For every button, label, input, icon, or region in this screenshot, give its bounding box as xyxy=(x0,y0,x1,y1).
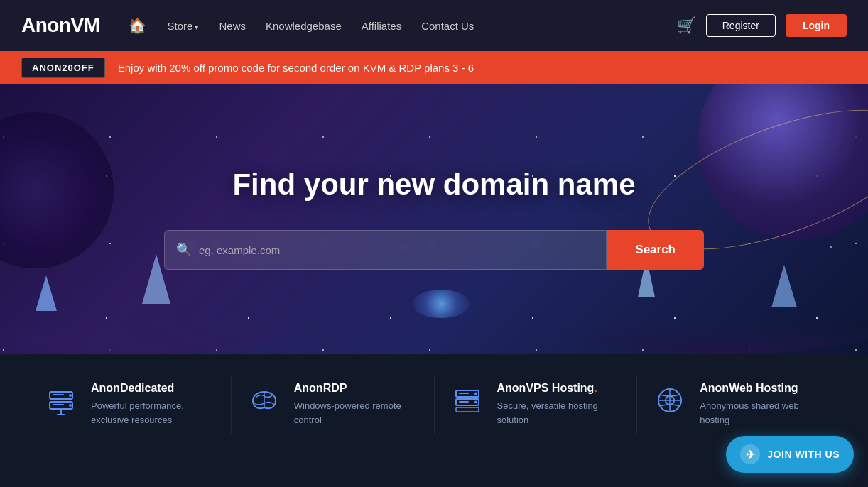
svg-rect-14 xyxy=(459,393,469,394)
search-button[interactable]: Search xyxy=(607,230,704,270)
dedicated-icon xyxy=(43,382,80,419)
domain-search-input[interactable] xyxy=(199,244,595,256)
rdp-name: AnonRDP xyxy=(294,382,420,395)
svg-point-3 xyxy=(69,404,72,407)
svg-point-2 xyxy=(69,394,72,397)
dedicated-text: AnonDedicated Powerful performance, excl… xyxy=(91,382,217,427)
service-rdp[interactable]: AnonRDP Windows-powered remote control xyxy=(232,375,435,434)
nav-links: Store News Knowledgebase Affiliates Cont… xyxy=(168,20,663,32)
search-icon: 🔍 xyxy=(176,242,192,258)
login-button[interactable]: Login xyxy=(786,14,847,37)
vps-name: AnonVPS Hosting. xyxy=(497,382,623,395)
telegram-label: JOIN WITH US xyxy=(767,449,840,460)
knowledgebase-link[interactable]: Knowledgebase xyxy=(266,20,342,32)
telegram-join-button[interactable]: ✈ JOIN WITH US xyxy=(726,436,854,473)
dedicated-name: AnonDedicated xyxy=(91,382,217,395)
domain-search-bar: 🔍 Search xyxy=(164,230,704,270)
hill1-decoration xyxy=(0,268,320,354)
promo-code-badge: ANON20OFF xyxy=(21,58,105,78)
web-text: AnonWeb Hosting Anonymous shared web hos… xyxy=(700,382,825,427)
planet-left-decoration xyxy=(0,112,114,268)
home-icon[interactable]: 🏠 xyxy=(129,17,146,34)
news-link[interactable]: News xyxy=(219,20,246,32)
service-web[interactable]: AnonWeb Hosting Anonymous shared web hos… xyxy=(637,375,840,434)
sphere-glow-decoration xyxy=(413,290,470,318)
cart-icon[interactable]: 🛒 xyxy=(677,16,696,35)
svg-rect-5 xyxy=(53,404,64,405)
navbar-right: 🛒 Register Login xyxy=(677,14,847,37)
vps-icon xyxy=(449,382,486,419)
brand-logo[interactable]: AnonVM xyxy=(21,14,100,37)
dedicated-desc: Powerful performance, exclusive resource… xyxy=(91,399,217,427)
affiliates-link[interactable]: Affiliates xyxy=(362,20,401,32)
search-input-wrapper: 🔍 xyxy=(164,230,607,270)
rdp-icon xyxy=(246,382,283,419)
svg-rect-15 xyxy=(459,401,469,403)
rdp-desc: Windows-powered remote control xyxy=(294,399,420,427)
navbar: AnonVM 🏠 Store News Knowledgebase Affili… xyxy=(0,0,868,51)
svg-rect-11 xyxy=(456,407,479,412)
store-link[interactable]: Store xyxy=(168,20,200,32)
hill2-decoration xyxy=(548,283,868,354)
hero-title: Find your new domain name xyxy=(232,168,635,202)
web-desc: Anonymous shared web hosting xyxy=(700,399,825,427)
service-dedicated[interactable]: AnonDedicated Powerful performance, excl… xyxy=(28,375,232,434)
contact-link[interactable]: Contact Us xyxy=(421,20,474,32)
vps-text: AnonVPS Hosting. Secure, versatile hosti… xyxy=(497,382,623,427)
svg-point-13 xyxy=(474,401,477,404)
hero-section: Find your new domain name 🔍 Search xyxy=(0,84,868,354)
rdp-text: AnonRDP Windows-powered remote control xyxy=(294,382,420,427)
web-name: AnonWeb Hosting xyxy=(700,382,825,395)
register-button[interactable]: Register xyxy=(706,14,776,37)
web-hosting-icon xyxy=(651,382,688,419)
service-vps[interactable]: AnonVPS Hosting. Secure, versatile hosti… xyxy=(435,375,638,434)
svg-rect-4 xyxy=(53,394,64,395)
svg-point-12 xyxy=(474,393,477,395)
promo-banner: ANON20OFF Enjoy with 20% off promo code … xyxy=(0,51,868,84)
vps-desc: Secure, versatile hosting solution xyxy=(497,399,623,427)
telegram-icon: ✈ xyxy=(740,444,760,464)
promo-text: Enjoy with 20% off promo code for second… xyxy=(118,62,474,74)
